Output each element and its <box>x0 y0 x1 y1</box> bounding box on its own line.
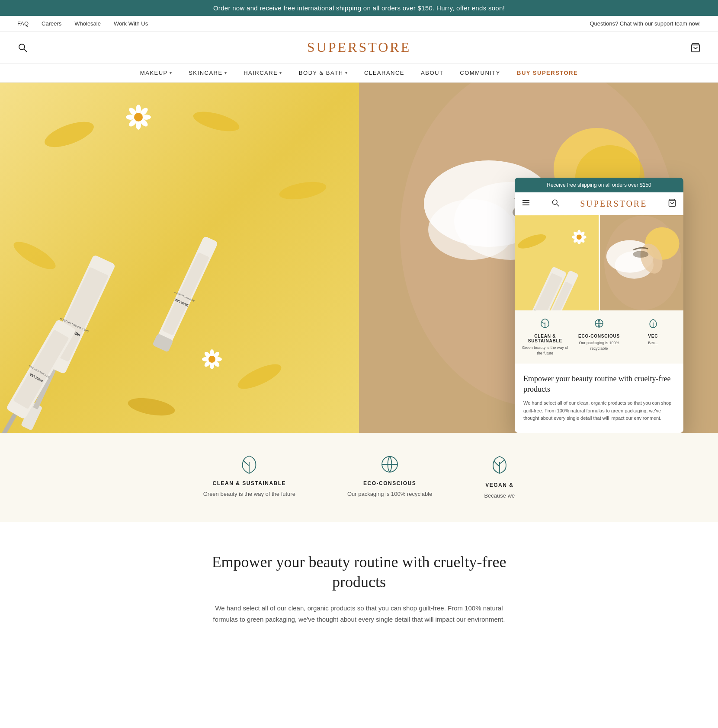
top-links-bar: FAQ Careers Wholesale Work With Us Quest… <box>0 16 718 32</box>
empower-title: Empower your beauty routine with cruelty… <box>208 552 510 593</box>
mobile-feature-clean-title: CLEAN & SUSTAINABLE <box>520 334 571 343</box>
svg-point-18 <box>134 113 143 121</box>
feature-vegan-title: VEGAN & <box>485 482 513 488</box>
top-links-left: FAQ Careers Wholesale Work With Us <box>17 20 148 27</box>
feature-vegan: VEGAN & Because we <box>484 454 515 500</box>
nav-about[interactable]: ABOUT <box>421 70 443 76</box>
mobile-search-icon[interactable] <box>551 198 560 209</box>
svg-rect-40 <box>0 413 17 433</box>
mobile-feature-eco: ECO-CONSCIOUS Our packaging is 100% recy… <box>574 318 625 356</box>
empower-desc: We hand select all of our clean, organic… <box>208 603 510 625</box>
svg-point-6 <box>10 237 59 274</box>
nav-skincare[interactable]: SKINCARE ▾ <box>189 70 227 76</box>
svg-point-7 <box>235 359 285 393</box>
top-banner: Order now and receive free international… <box>0 0 718 16</box>
feature-eco-title: ECO-CONSCIOUS <box>363 480 416 486</box>
header: SUPERSTORE <box>0 32 718 64</box>
feature-vegan-desc: Because we <box>484 492 515 500</box>
svg-point-14 <box>136 120 141 130</box>
nav-makeup[interactable]: MAKEUP ▾ <box>140 70 172 76</box>
mobile-hero-images: INDIE LEE INDIE LEE <box>515 215 683 310</box>
mobile-cart-icon[interactable] <box>668 198 676 209</box>
nav-body-bath[interactable]: BODY & BATH ▾ <box>299 70 348 76</box>
hero-left: INDIE LEE DAILY VITAMIN INFUSION INDIE L… <box>0 83 359 433</box>
chevron-down-icon: ▾ <box>170 70 173 75</box>
mobile-feature-clean: CLEAN & SUSTAINABLE Green beauty is the … <box>520 318 571 356</box>
svg-point-27 <box>208 356 215 363</box>
mobile-feature-vegan: VEC Bec... <box>628 318 678 356</box>
mobile-empower-desc: We hand select all of our clean, organic… <box>523 399 675 422</box>
main-nav: MAKEUP ▾ SKINCARE ▾ HAIRCARE ▾ BODY & BA… <box>0 64 718 83</box>
globe-icon <box>380 454 400 474</box>
mobile-empower-title: Empower your beauty routine with cruelty… <box>523 374 675 394</box>
mobile-feature-eco-desc: Our packaging is 100% recyclable <box>574 340 625 351</box>
mobile-mockup: Receive free shipping on all orders over… <box>515 178 683 433</box>
chevron-down-icon: ▾ <box>279 70 282 75</box>
chevron-down-icon: ▾ <box>224 70 228 75</box>
svg-line-1 <box>24 49 27 52</box>
svg-line-58 <box>556 204 558 206</box>
mobile-logo: SUPERSTORE <box>580 199 647 209</box>
support-chat-link[interactable]: Questions? Chat with our support team no… <box>590 20 701 27</box>
mobile-header: SUPERSTORE <box>515 192 683 215</box>
svg-point-4 <box>191 108 241 135</box>
feature-eco: ECO-CONSCIOUS Our packaging is 100% recy… <box>347 454 433 500</box>
nav-community[interactable]: COMMUNITY <box>460 70 500 76</box>
leaf-icon <box>239 454 259 474</box>
hero-left-bg: INDIE LEE DAILY VITAMIN INFUSION INDIE L… <box>0 83 359 433</box>
mobile-feature-vegan-desc: Bec... <box>628 340 678 346</box>
svg-point-10 <box>136 105 141 114</box>
svg-point-86 <box>633 251 648 258</box>
svg-point-3 <box>42 117 97 152</box>
feature-clean-title: CLEAN & SUSTAINABLE <box>212 480 286 486</box>
search-button[interactable] <box>17 42 28 53</box>
careers-link[interactable]: Careers <box>42 20 61 27</box>
hero-section: INDIE LEE DAILY VITAMIN INFUSION INDIE L… <box>0 83 718 433</box>
mobile-leaf-icon <box>520 318 571 331</box>
mobile-globe-icon <box>574 318 625 331</box>
mobile-feature-eco-title: ECO-CONSCIOUS <box>574 334 625 338</box>
mobile-banner: Receive free shipping on all orders over… <box>515 178 683 192</box>
svg-point-5 <box>278 179 328 203</box>
top-banner-text: Order now and receive free international… <box>213 4 505 12</box>
mobile-hero-img-left: INDIE LEE INDIE LEE <box>515 215 599 310</box>
feature-eco-desc: Our packaging is 100% recyclable <box>347 490 433 498</box>
product-illustration: INDIE LEE DAILY VITAMIN INFUSION INDIE L… <box>0 83 359 433</box>
svg-rect-35 <box>162 252 209 335</box>
svg-point-49 <box>428 199 515 260</box>
svg-point-8 <box>127 395 176 419</box>
mobile-feature-clean-desc: Green beauty is the way of the future <box>520 345 571 356</box>
nav-clearance[interactable]: CLEARANCE <box>364 70 404 76</box>
svg-point-79 <box>577 235 582 240</box>
chevron-down-icon: ▾ <box>345 70 348 75</box>
cart-button[interactable] <box>690 42 701 53</box>
faq-link[interactable]: FAQ <box>17 20 29 27</box>
site-logo: SUPERSTORE <box>28 39 690 55</box>
mobile-vegan-icon <box>628 318 678 331</box>
mobile-features-strip: CLEAN & SUSTAINABLE Green beauty is the … <box>515 310 683 364</box>
svg-point-12 <box>141 115 151 120</box>
work-with-us-link[interactable]: Work With Us <box>114 20 148 27</box>
wholesale-link[interactable]: Wholesale <box>74 20 101 27</box>
mobile-empower-section: Empower your beauty routine with cruelty… <box>515 364 683 433</box>
feature-clean-desc: Green beauty is the way of the future <box>203 490 295 498</box>
feature-clean: CLEAN & SUSTAINABLE Green beauty is the … <box>203 454 295 500</box>
vegan-icon <box>489 454 510 476</box>
mobile-menu-icon[interactable] <box>522 198 530 209</box>
mobile-hero-img-right <box>600 215 684 310</box>
nav-buy-superstore[interactable]: BUY SUPERSTORE <box>517 70 578 76</box>
empower-section: Empower your beauty routine with cruelty… <box>0 522 718 655</box>
svg-rect-60 <box>515 216 599 310</box>
mobile-feature-vegan-title: VEC <box>628 334 678 338</box>
svg-point-16 <box>126 115 135 120</box>
nav-haircare[interactable]: HAIRCARE ▾ <box>244 70 282 76</box>
svg-point-0 <box>19 44 25 50</box>
hero-right: Receive free shipping on all orders over… <box>359 83 718 433</box>
svg-point-57 <box>552 200 557 204</box>
feature-strip: CLEAN & SUSTAINABLE Green beauty is the … <box>0 433 718 522</box>
